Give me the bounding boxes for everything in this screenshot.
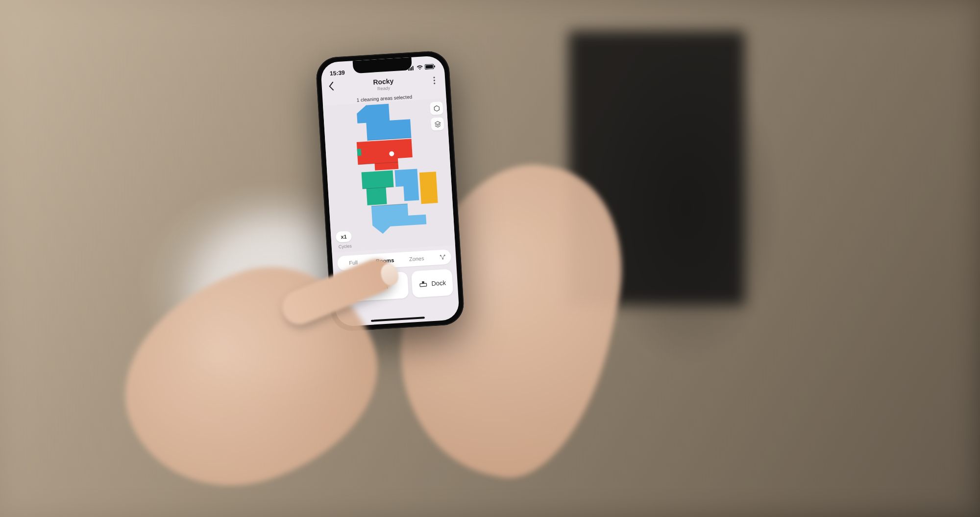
more-vertical-icon [433, 76, 436, 84]
status-icons [408, 64, 436, 72]
cycles-label: Cycles [336, 244, 352, 249]
svg-rect-14 [422, 281, 424, 284]
wifi-icon [416, 64, 423, 72]
home-indicator[interactable] [371, 317, 425, 322]
floor-map-svg [336, 98, 442, 241]
svg-point-9 [434, 82, 435, 84]
scene-photo: 15:39 Rocky [0, 0, 980, 517]
routines-button[interactable] [435, 249, 451, 265]
dock-icon [418, 280, 428, 288]
map-side-controls [430, 101, 444, 130]
svg-rect-1 [410, 68, 411, 71]
battery-icon [424, 64, 436, 71]
room-a[interactable] [356, 102, 411, 141]
more-menu-button[interactable] [430, 76, 439, 85]
map-layers-button[interactable] [431, 117, 444, 131]
svg-rect-5 [425, 65, 433, 69]
svg-rect-6 [434, 65, 435, 67]
svg-point-7 [433, 76, 435, 78]
svg-rect-2 [411, 67, 412, 71]
floor-map[interactable]: x1 Cycles [323, 98, 455, 253]
map-3d-toggle-button[interactable] [430, 101, 443, 115]
room-b-accent [357, 148, 362, 155]
dock-button[interactable]: Dock [411, 269, 453, 298]
svg-point-8 [434, 79, 435, 81]
room-d[interactable] [419, 172, 438, 204]
cycles-pill[interactable]: x1 [336, 231, 352, 243]
svg-rect-13 [420, 283, 427, 287]
routines-icon [439, 253, 447, 261]
cube-3d-icon [433, 104, 441, 112]
mode-option-zones[interactable]: Zones [401, 255, 433, 263]
room-a2[interactable] [371, 203, 427, 235]
svg-rect-0 [408, 69, 409, 71]
status-time: 15:39 [330, 69, 345, 77]
room-e[interactable] [394, 169, 419, 202]
cycles-control: x1 Cycles [336, 231, 352, 249]
chevron-left-icon [328, 82, 334, 91]
back-button[interactable] [328, 82, 334, 94]
svg-rect-3 [413, 66, 414, 71]
dock-button-label: Dock [431, 279, 446, 287]
layers-icon [434, 120, 441, 128]
robot-marker-icon [389, 150, 395, 157]
room-b[interactable] [357, 139, 413, 172]
